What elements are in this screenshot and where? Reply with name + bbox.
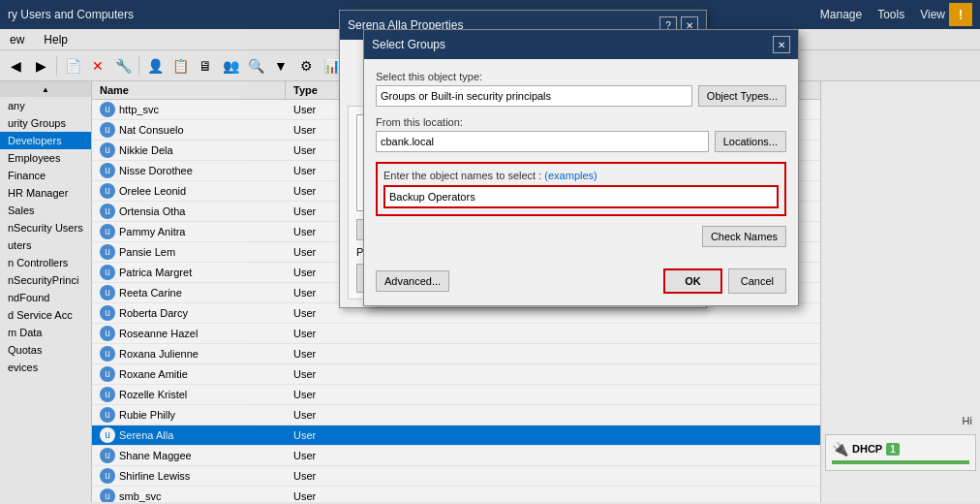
object-names-input[interactable] <box>383 185 779 208</box>
object-names-row <box>383 185 779 208</box>
check-names-button[interactable]: Check Names <box>702 226 786 247</box>
dialog-footer: Advanced... OK Cancel <box>364 268 798 305</box>
object-type-label: Select this object type: <box>376 71 786 82</box>
footer-right: OK Cancel <box>663 268 786 294</box>
select-groups-close-btn[interactable]: ✕ <box>773 36 790 53</box>
location-label: From this location: <box>376 116 786 128</box>
object-type-input[interactable] <box>376 85 692 107</box>
object-types-button[interactable]: Object Types... <box>698 85 786 107</box>
select-groups-title-text: Select Groups <box>372 38 445 51</box>
ok-button[interactable]: OK <box>663 268 722 294</box>
location-input[interactable] <box>376 131 709 152</box>
locations-button[interactable]: Locations... <box>715 131 786 152</box>
check-names-row: Check Names <box>376 226 786 247</box>
advanced-button[interactable]: Advanced... <box>376 270 449 292</box>
object-names-label: Enter the object names to select : (exam… <box>383 170 779 181</box>
cancel-button[interactable]: Cancel <box>728 268 786 294</box>
footer-left: Advanced... <box>376 270 449 292</box>
object-names-section: Enter the object names to select : (exam… <box>376 162 786 216</box>
object-type-row: Object Types... <box>376 85 786 107</box>
location-row: Locations... <box>376 131 786 152</box>
select-groups-body: Select this object type: Object Types...… <box>364 59 798 268</box>
examples-link[interactable]: (examples) <box>544 170 597 181</box>
select-groups-dialog: Select Groups ✕ Select this object type:… <box>363 29 799 306</box>
select-groups-title-bar: Select Groups ✕ <box>364 30 798 59</box>
